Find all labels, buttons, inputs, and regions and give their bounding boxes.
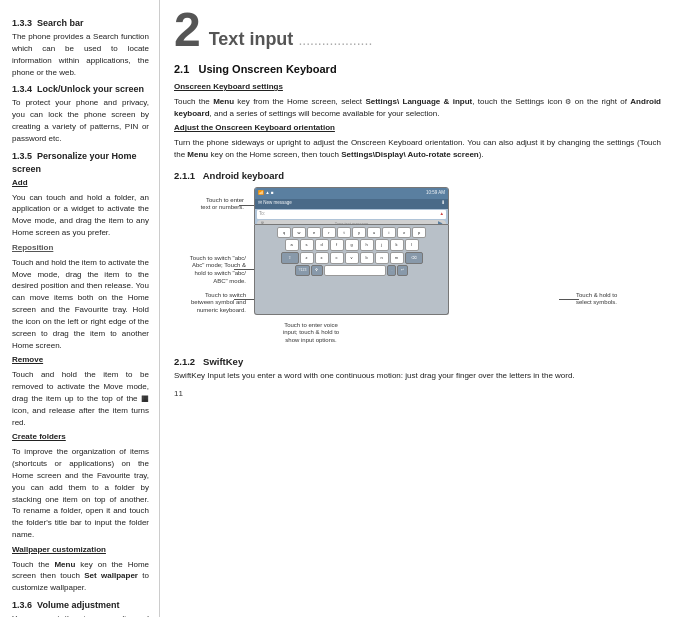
section-id: 1.3.6 — [12, 600, 32, 610]
annotation-voice-input: Touch to enter voiceinput; touch & hold … — [256, 322, 366, 345]
annotation-abc-mode: Touch to switch "abc/Abc" mode; Touch &h… — [174, 255, 246, 286]
section-2-1-1: 2.1.1 Android keyboard Touch to entertex… — [174, 169, 661, 347]
section-2-1-1-heading: 2.1.1 Android keyboard — [174, 169, 661, 183]
section-1-3-4-heading: 1.3.4 Lock/Unlock your screen — [12, 83, 149, 96]
phone-keyboard-image: 📶 ▲ ■ 10:59 AM ✉ New message ⬇ To:▲ — [254, 187, 449, 315]
annotation-enter-text: Touch to entertext or numbers. — [174, 197, 244, 213]
subsection-add-body: You can touch and hold a folder, an appl… — [12, 192, 149, 239]
section-1-3-6-body: You can set the ringer, media and phone … — [12, 613, 149, 617]
section-1-3-3-body: The phone provides a Search function whi… — [12, 31, 149, 78]
annotation-symbol-switch: Touch to switchbetween symbol andnumeric… — [174, 292, 246, 315]
subsection-kbd-settings-body: Touch the Menu key from the Home screen,… — [174, 96, 661, 120]
section-1-3-5-heading: 1.3.5 Personalize your Home screen — [12, 150, 149, 176]
section-2-1: 2.1 Using Onscreen Keyboard Onscreen Key… — [174, 62, 661, 161]
arrow-line-3 — [234, 299, 254, 300]
right-page: 2 Text input ................... 2.1 Usi… — [160, 0, 675, 617]
page-number-right: 11 — [174, 388, 661, 400]
section-1-3-4-body: To protect your phone and privacy, you c… — [12, 97, 149, 144]
arrow-line-4 — [559, 299, 579, 300]
subsection-adjust-body: Turn the phone sideways or upright to ad… — [174, 137, 661, 161]
section-2-1-heading: 2.1 Using Onscreen Keyboard — [174, 62, 661, 78]
left-page: 1.3.3 Search bar The phone provides a Se… — [0, 0, 160, 617]
section-2-1-2: 2.1.2 SwiftKey SwiftKey Input lets you e… — [174, 355, 661, 383]
page-spread: 1.3.3 Search bar The phone provides a Se… — [0, 0, 675, 617]
section-id: 1.3.5 — [12, 151, 32, 161]
chapter-number: 2 — [174, 6, 201, 54]
subsection-add-label: Add — [12, 177, 149, 189]
section-id: 1.3.3 — [12, 18, 32, 28]
subsection-wallpaper-label: Wallpaper customization — [12, 544, 149, 556]
subsection-reposition-body: Touch and hold the item to activate the … — [12, 257, 149, 352]
section-1-3-6-heading: 1.3.6 Volume adjustment — [12, 599, 149, 612]
subsection-create-label: Create folders — [12, 431, 149, 443]
section-1-3-3: 1.3.3 Search bar The phone provides a Se… — [12, 17, 149, 78]
section-2-1-2-heading: 2.1.2 SwiftKey — [174, 355, 661, 369]
chapter-title: Text input ................... — [209, 26, 373, 52]
section-2-1-2-body: SwiftKey Input lets you enter a word wit… — [174, 370, 661, 382]
chapter-header: 2 Text input ................... — [174, 10, 661, 54]
section-title: Search bar — [37, 18, 84, 28]
section-1-3-5: 1.3.5 Personalize your Home screen Add Y… — [12, 150, 149, 594]
annotation-touch-hold-symbols: Touch & hold toselect symbols. — [576, 292, 661, 308]
keyboard-diagram-container: Touch to entertext or numbers. 📶 ▲ ■ 10:… — [174, 187, 661, 347]
section-id: 1.3.4 — [12, 84, 32, 94]
section-title: Lock/Unlock your screen — [37, 84, 144, 94]
section-1-3-3-heading: 1.3.3 Search bar — [12, 17, 149, 30]
subsection-reposition-label: Reposition — [12, 242, 149, 254]
section-1-3-4: 1.3.4 Lock/Unlock your screen To protect… — [12, 83, 149, 144]
section-1-3-6: 1.3.6 Volume adjustment You can set the … — [12, 599, 149, 617]
subsection-wallpaper-body: Touch the Menu key on the Home screen th… — [12, 559, 149, 594]
subsection-kbd-settings-label: Onscreen Keyboard settings — [174, 81, 661, 93]
section-title: Volume adjustment — [37, 600, 119, 610]
subsection-remove-body: Touch and hold the item to be removed to… — [12, 369, 149, 428]
arrow-line-2 — [234, 269, 254, 270]
subsection-create-body: To improve the organization of items (sh… — [12, 446, 149, 541]
subsection-remove-label: Remove — [12, 354, 149, 366]
subsection-adjust-label: Adjust the Onscreen Keyboard orientation — [174, 122, 661, 134]
